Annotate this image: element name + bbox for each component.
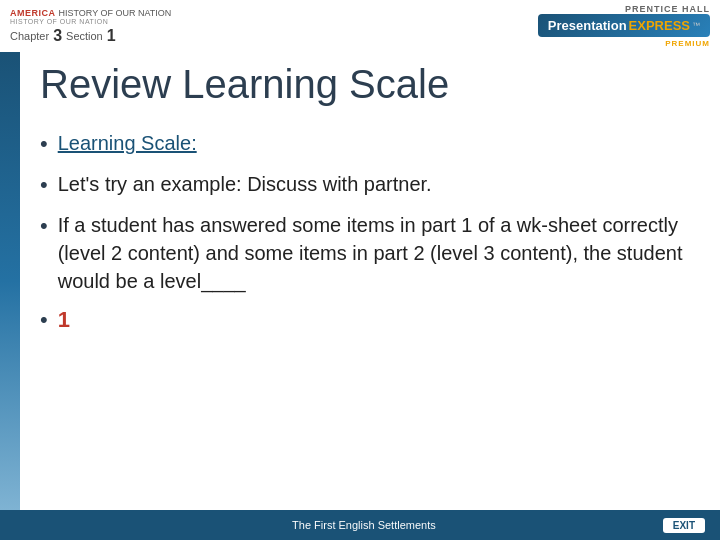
pe-premium-text: PREMIUM <box>665 39 710 48</box>
bullet-text-1[interactable]: Learning Scale: <box>58 129 197 157</box>
main-content: Review Learning Scale • Learning Scale: … <box>20 52 720 510</box>
list-item: • Let's try an example: Discuss with par… <box>40 170 690 201</box>
logo-subtitle: History of Our Nation <box>10 18 171 25</box>
bullet-dot-4: • <box>40 305 48 336</box>
america-logo: AMERICA HISTORY OF OUR NATION History of… <box>10 8 171 25</box>
page-title: Review Learning Scale <box>40 62 690 111</box>
header: AMERICA HISTORY OF OUR NATION History of… <box>0 0 720 52</box>
chapter-label: Chapter <box>10 30 49 42</box>
logo-history-text: HISTORY OF OUR NATION <box>59 8 172 18</box>
list-item: • Learning Scale: <box>40 129 690 160</box>
ph-top-text: PRENTICE HALL <box>625 4 710 14</box>
chapter-number: 3 <box>53 27 62 45</box>
section-number: 1 <box>107 27 116 45</box>
presentation-express-badge: Presentation EXPRESS ™ <box>538 14 710 37</box>
chapter-info: Chapter 3 Section 1 <box>10 27 171 45</box>
bullet-dot-2: • <box>40 170 48 201</box>
list-item: • 1 <box>40 305 690 336</box>
bullet-dot-1: • <box>40 129 48 160</box>
pe-presentation-text: Presentation <box>548 18 627 33</box>
pe-tm-text: ™ <box>692 21 700 30</box>
bullet-text-4: 1 <box>58 305 70 336</box>
footer-title: The First English Settlements <box>65 519 663 531</box>
bullet-dot-3: • <box>40 211 48 242</box>
pe-express-text: EXPRESS <box>629 18 690 33</box>
section-label: Section <box>66 30 103 42</box>
list-item: • If a student has answered some items i… <box>40 211 690 295</box>
logo-america-text: AMERICA <box>10 8 56 18</box>
bullet-list: • Learning Scale: • Let's try an example… <box>40 129 690 335</box>
left-decorative-bar <box>0 52 20 510</box>
footer: The First English Settlements EXIT <box>0 510 720 540</box>
bullet-text-2: Let's try an example: Discuss with partn… <box>58 170 432 198</box>
bullet-text-3: If a student has answered some items in … <box>58 211 690 295</box>
header-left: AMERICA HISTORY OF OUR NATION History of… <box>10 8 171 45</box>
ph-logo: PRENTICE HALL Presentation EXPRESS ™ PRE… <box>538 4 710 48</box>
exit-button[interactable]: EXIT <box>663 518 705 533</box>
